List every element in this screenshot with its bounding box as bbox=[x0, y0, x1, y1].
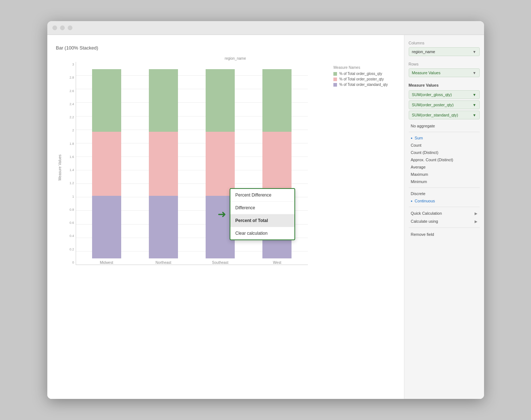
bar-segment-standard bbox=[92, 196, 121, 258]
columns-dropdown-arrow: ▼ bbox=[473, 50, 476, 54]
mv-item-poster[interactable]: SUM(order_poster_qty) ▼ bbox=[409, 100, 480, 109]
legend-item-poster: % of Total order_poster_qty bbox=[333, 77, 388, 81]
legend-color-gloss bbox=[333, 72, 337, 76]
bar-segment-poster bbox=[92, 132, 121, 196]
maximize-button[interactable] bbox=[68, 25, 72, 30]
close-button[interactable] bbox=[52, 25, 57, 30]
agg-list: No aggregate Sum Count Count (Distinct) … bbox=[409, 122, 480, 239]
y-tick: 1.6 bbox=[65, 155, 76, 159]
bar-segment-poster bbox=[262, 132, 292, 196]
y-tick: 2.8 bbox=[65, 76, 76, 79]
calculate-using-arrow-icon: ▶ bbox=[475, 219, 477, 223]
bar-segment-gloss bbox=[262, 69, 292, 132]
agg-maximum[interactable]: Maximum bbox=[409, 171, 480, 178]
rows-dropdown[interactable]: Measure Values ▼ bbox=[409, 68, 480, 77]
arrow-indicator: ➜ bbox=[218, 208, 226, 220]
calculate-using-label: Calculate using bbox=[411, 219, 438, 223]
agg-approx-count[interactable]: Approx. Count (Distinct) bbox=[409, 156, 480, 163]
chart-wrapper: Measure Values 3 2.8 2.6 2.4 2.2 2 1.8 1… bbox=[56, 62, 395, 273]
main-window: Bar (100% Stacked) region_name Measure V… bbox=[47, 21, 484, 399]
agg-divider-1 bbox=[409, 132, 480, 132]
agg-divider-4 bbox=[409, 227, 480, 228]
legend-color-standard bbox=[333, 83, 337, 87]
legend-label-standard: % of Total order_standard_qty bbox=[339, 83, 388, 87]
bar-midwest: Midwest bbox=[83, 69, 130, 265]
rows-value: Measure Values bbox=[412, 71, 441, 75]
y-tick: 3 bbox=[65, 63, 76, 66]
context-menu-percent-of-total[interactable]: Percent of Total bbox=[230, 214, 294, 227]
rows-label: Rows bbox=[409, 62, 480, 66]
agg-divider-2 bbox=[409, 187, 480, 188]
y-tick: 0.8 bbox=[65, 208, 76, 211]
bars-region: Midwest Northeast bbox=[76, 62, 395, 273]
agg-discrete[interactable]: Discrete bbox=[409, 190, 480, 197]
y-tick: 0.6 bbox=[65, 221, 76, 225]
mv-item-poster-label: SUM(order_poster_qty) bbox=[412, 103, 454, 107]
quick-calculation-row[interactable]: Quick Calculation ▶ bbox=[409, 209, 480, 217]
arrow-menu-row: ➜ Percent Difference Difference Percent … bbox=[218, 188, 295, 240]
agg-no-aggregate[interactable]: No aggregate bbox=[409, 122, 480, 130]
mv-item-standard[interactable]: SUM(order_standard_qty) ▼ bbox=[409, 111, 480, 119]
agg-count[interactable]: Count bbox=[409, 142, 480, 149]
y-tick: 0 bbox=[65, 261, 76, 264]
bar-label-northeast: Northeast bbox=[155, 261, 171, 265]
y-tick: 2.2 bbox=[65, 115, 76, 119]
bar-label-midwest: Midwest bbox=[100, 261, 113, 265]
agg-continuous[interactable]: Continuous bbox=[409, 197, 480, 205]
bar-northeast: Northeast bbox=[140, 69, 187, 265]
agg-minimum[interactable]: Minimum bbox=[409, 178, 480, 185]
calculate-using-row[interactable]: Calculate using ▶ bbox=[409, 217, 480, 225]
columns-value: region_name bbox=[412, 49, 435, 54]
y-tick: 2.6 bbox=[65, 89, 76, 93]
y-tick: 2.4 bbox=[65, 102, 76, 106]
legend-label-gloss: % of Total order_gloss_qty bbox=[339, 72, 382, 76]
titlebar bbox=[47, 21, 484, 35]
columns-dropdown[interactable]: region_name ▼ bbox=[409, 47, 480, 56]
bar-label-southeast: Southeast bbox=[212, 261, 229, 265]
quick-calculation-label: Quick Calculation bbox=[411, 211, 442, 215]
bar-segment-gloss bbox=[206, 69, 235, 132]
right-sidebar: Columns region_name ▼ Rows Measure Value… bbox=[404, 35, 484, 399]
agg-divider-3 bbox=[409, 207, 480, 207]
content-area: Bar (100% Stacked) region_name Measure V… bbox=[47, 35, 484, 399]
y-tick: 0.2 bbox=[65, 247, 76, 251]
measure-values-title: Measure Values bbox=[409, 83, 480, 87]
columns-section: Columns region_name ▼ bbox=[409, 41, 480, 56]
rows-dropdown-arrow: ▼ bbox=[473, 71, 476, 75]
quick-calc-arrow-icon: ▶ bbox=[475, 211, 477, 215]
bar-northeast-stack bbox=[149, 69, 178, 258]
context-menu-clear-calculation[interactable]: Clear calculation bbox=[230, 227, 294, 239]
y-axis-label: Measure Values bbox=[56, 62, 63, 273]
bar-midwest-stack bbox=[92, 69, 121, 258]
agg-sum[interactable]: Sum bbox=[409, 134, 480, 142]
legend-label-poster: % of Total order_poster_qty bbox=[339, 77, 384, 81]
bar-segment-poster bbox=[149, 132, 178, 196]
y-tick: 2 bbox=[65, 128, 76, 132]
context-menu-difference[interactable]: Difference bbox=[230, 202, 294, 214]
legend-item-standard: % of Total order_standard_qty bbox=[333, 83, 388, 87]
bar-segment-standard bbox=[149, 196, 178, 258]
agg-count-distinct[interactable]: Count (Distinct) bbox=[409, 149, 480, 156]
mv-item-gloss-label: SUM(order_gloss_qty) bbox=[412, 92, 452, 97]
legend: Measure Names % of Total order_gloss_qty… bbox=[333, 66, 388, 88]
bar-segment-poster bbox=[206, 132, 235, 196]
columns-label: Columns bbox=[409, 41, 480, 45]
minimize-button[interactable] bbox=[60, 25, 65, 30]
y-tick: 0.4 bbox=[65, 234, 76, 238]
bar-label-west: West bbox=[273, 261, 281, 265]
mv-item-gloss[interactable]: SUM(order_gloss_qty) ▼ bbox=[409, 90, 480, 99]
bar-segment-gloss bbox=[149, 69, 178, 132]
remove-field-item[interactable]: Remove field bbox=[409, 230, 480, 239]
context-menu: Percent Difference Difference Percent of… bbox=[230, 188, 295, 240]
mv-item-standard-label: SUM(order_standard_qty) bbox=[412, 113, 458, 117]
mv-item-poster-arrow: ▼ bbox=[473, 103, 476, 107]
y-tick: 1.4 bbox=[65, 168, 76, 172]
legend-item-gloss: % of Total order_gloss_qty bbox=[333, 72, 388, 76]
y-tick: 1.2 bbox=[65, 181, 76, 185]
context-menu-percent-difference[interactable]: Percent Difference bbox=[230, 189, 294, 202]
rows-section: Rows Measure Values ▼ bbox=[409, 62, 480, 77]
mv-item-gloss-arrow: ▼ bbox=[473, 93, 476, 97]
agg-average[interactable]: Average bbox=[409, 163, 480, 171]
chart-area: Bar (100% Stacked) region_name Measure V… bbox=[47, 35, 404, 399]
chart-title: Bar (100% Stacked) bbox=[56, 45, 395, 51]
